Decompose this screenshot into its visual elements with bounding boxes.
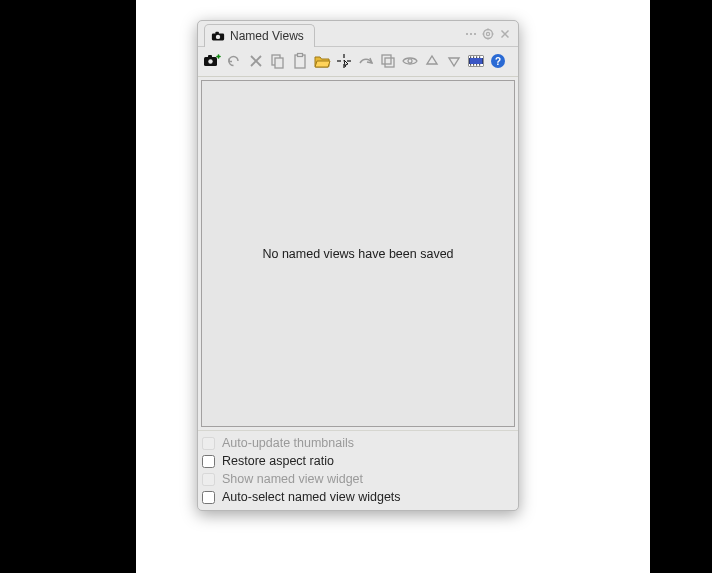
filmstrip-icon[interactable] (466, 52, 485, 71)
svg-point-7 (486, 32, 489, 35)
restore-icon[interactable] (356, 52, 375, 71)
opt-restore-aspect-ratio[interactable]: Restore aspect ratio (202, 454, 514, 468)
new-view-icon[interactable] (202, 52, 221, 71)
opt-label: Auto-update thumbnails (222, 436, 354, 450)
checkbox-restore-aspect-ratio[interactable] (202, 455, 215, 468)
svg-rect-15 (208, 55, 212, 58)
undo-icon[interactable] (224, 52, 243, 71)
camera-icon (211, 30, 225, 42)
svg-rect-40 (479, 57, 480, 58)
checkbox-auto-select-widgets[interactable] (202, 491, 215, 504)
svg-point-31 (408, 59, 412, 63)
eye-icon[interactable] (400, 52, 419, 71)
checkbox-auto-update-thumbnails (202, 437, 215, 450)
toolbar: ? (198, 47, 518, 77)
open-folder-icon[interactable] (312, 52, 331, 71)
paste-icon[interactable] (290, 52, 309, 71)
view-list-area[interactable]: No named views have been saved (201, 80, 515, 427)
svg-rect-43 (476, 64, 477, 65)
svg-rect-39 (476, 57, 477, 58)
move-down-icon[interactable] (444, 52, 463, 71)
opt-label: Restore aspect ratio (222, 454, 334, 468)
select-cursor-icon[interactable] (334, 52, 353, 71)
svg-rect-29 (382, 55, 391, 64)
svg-point-4 (470, 33, 472, 35)
delete-icon[interactable] (246, 52, 265, 71)
move-up-icon[interactable] (422, 52, 441, 71)
middle-region: Named Views (136, 0, 650, 573)
duplicate-icon[interactable] (378, 52, 397, 71)
tab-named-views[interactable]: Named Views (204, 24, 315, 47)
opt-label: Show named view widget (222, 472, 363, 486)
gear-icon[interactable] (480, 26, 495, 41)
opt-show-widget: Show named view widget (202, 472, 514, 486)
left-black-bar (0, 0, 136, 573)
svg-rect-38 (473, 57, 474, 58)
svg-rect-24 (297, 54, 302, 57)
svg-point-5 (474, 33, 476, 35)
checkbox-show-widget (202, 473, 215, 486)
tab-label: Named Views (230, 29, 304, 43)
copy-icon[interactable] (268, 52, 287, 71)
opt-label: Auto-select named view widgets (222, 490, 401, 504)
options-section: Auto-update thumbnails Restore aspect ra… (198, 430, 518, 510)
svg-rect-1 (215, 32, 219, 35)
svg-rect-44 (479, 64, 480, 65)
svg-rect-22 (275, 58, 283, 68)
named-views-panel: Named Views (197, 20, 519, 511)
svg-point-16 (208, 59, 212, 63)
svg-text:?: ? (494, 56, 500, 67)
svg-marker-33 (449, 58, 459, 66)
svg-rect-42 (473, 64, 474, 65)
help-icon[interactable]: ? (488, 52, 507, 71)
svg-rect-41 (470, 64, 471, 65)
svg-rect-37 (470, 57, 471, 58)
svg-rect-30 (385, 58, 394, 67)
close-icon[interactable] (497, 26, 512, 41)
svg-point-6 (483, 29, 492, 38)
svg-marker-32 (427, 56, 437, 64)
stage: Named Views (0, 0, 712, 573)
right-black-bar (650, 0, 712, 573)
opt-auto-select-widgets[interactable]: Auto-select named view widgets (202, 490, 514, 504)
titlebar: Named Views (198, 21, 518, 47)
svg-point-2 (216, 35, 220, 39)
opt-auto-update-thumbnails: Auto-update thumbnails (202, 436, 514, 450)
svg-point-3 (466, 33, 468, 35)
drag-handle-dots[interactable] (463, 26, 478, 41)
empty-message: No named views have been saved (262, 247, 453, 261)
